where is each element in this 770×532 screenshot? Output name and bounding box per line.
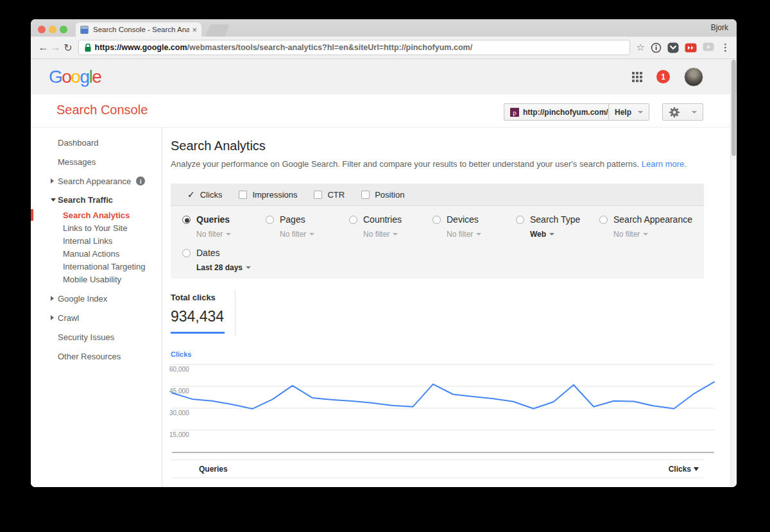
chart-legend-clicks: Clicks <box>171 350 737 358</box>
help-label: Help <box>615 108 631 117</box>
learn-more-link[interactable]: Learn more. <box>642 159 687 169</box>
metrics-row: ✓ Clicks Impressions CTR Position <box>171 184 704 206</box>
sidebar-item-manual-actions[interactable]: Manual Actions <box>31 247 162 260</box>
queries-radio[interactable]: Queries <box>182 214 266 225</box>
sidebar-item-security-issues[interactable]: Security Issues <box>31 327 162 347</box>
chevron-down-icon <box>309 233 314 236</box>
browser-menu-icon[interactable]: ⋮ <box>721 42 730 53</box>
search-type-filter-dropdown[interactable]: Web <box>530 230 599 239</box>
metric-position-checkbox[interactable]: Position <box>361 190 404 200</box>
minimize-window-button[interactable] <box>49 26 56 33</box>
product-title: Search Console <box>56 103 148 117</box>
dimension-countries: Countries No filter <box>349 214 432 239</box>
sidebar-item-crawl[interactable]: Crawl <box>31 308 162 327</box>
page-scrollbar-thumb[interactable] <box>732 60 736 156</box>
dimension-search-type: Search Type Web <box>516 214 599 239</box>
chevron-right-icon <box>51 315 54 320</box>
notification-badge[interactable]: 1 <box>656 70 670 83</box>
queries-filter-dropdown[interactable]: No filter <box>196 230 266 239</box>
search-appearance-radio[interactable]: Search Appearance <box>599 214 708 225</box>
info-icon[interactable]: i <box>136 176 145 185</box>
column-header-queries[interactable]: Queries <box>199 465 228 474</box>
tab-strip: Search Console - Search Analy × Bjork <box>31 19 737 37</box>
pages-filter-dropdown[interactable]: No filter <box>280 230 349 239</box>
info-extension-icon[interactable] <box>651 42 662 53</box>
property-selector[interactable]: p http://pinchofyum.com/ <box>504 103 624 121</box>
sidebar-item-international-targeting[interactable]: International Targeting <box>31 260 162 273</box>
chevron-down-icon <box>393 233 398 236</box>
sidebar-item-messages[interactable]: Messages <box>31 152 162 171</box>
devices-filter-dropdown[interactable]: No filter <box>447 230 516 239</box>
apps-grid-icon[interactable] <box>632 72 642 82</box>
metric-ctr-checkbox[interactable]: CTR <box>314 190 345 200</box>
fullscreen-window-button[interactable] <box>60 26 67 33</box>
sidebar-item-mobile-usability[interactable]: Mobile Usability <box>31 273 162 286</box>
clicks-line <box>172 382 714 409</box>
main-panel: Search Analytics Analyze your performanc… <box>162 128 737 487</box>
countries-radio[interactable]: Countries <box>349 214 432 225</box>
checkbox-unchecked-icon <box>239 191 247 199</box>
settings-dropdown[interactable] <box>662 103 703 121</box>
tab-title: Search Console - Search Analy <box>93 26 189 33</box>
checkbox-unchecked-icon <box>314 191 322 199</box>
chevron-down-icon <box>692 111 697 114</box>
sidebar-item-search-appearance[interactable]: Search Appearance i <box>31 171 162 191</box>
browser-window: Search Console - Search Analy × Bjork ← … <box>31 19 737 487</box>
close-window-button[interactable] <box>38 26 46 33</box>
pocket-extension-icon[interactable] <box>667 42 679 53</box>
url-bar[interactable]: https://www.google.com/webmasters/tools/… <box>78 40 630 55</box>
back-icon[interactable]: ← <box>37 42 49 53</box>
browser-toolbar: ← → ↻ https://www.google.com/webmasters/… <box>31 37 737 59</box>
google-logo[interactable]: Google <box>49 67 101 87</box>
page-scrollbar-track[interactable] <box>730 60 736 486</box>
radio-unchecked-icon <box>599 216 608 224</box>
tab-close-icon[interactable]: × <box>192 26 197 34</box>
radio-unchecked-icon <box>182 249 191 257</box>
dates-radio[interactable]: Dates <box>182 248 266 258</box>
console-header: Search Console p http://pinchofyum.com/ … <box>31 94 737 128</box>
profile-name[interactable]: Bjork <box>711 23 728 32</box>
radio-unchecked-icon <box>349 216 357 224</box>
search-appearance-filter-dropdown[interactable]: No filter <box>613 230 708 239</box>
browser-tab[interactable]: Search Console - Search Analy × <box>76 22 201 37</box>
page-description: Analyze your performance on Google Searc… <box>171 159 737 169</box>
chevron-down-icon <box>643 233 648 236</box>
ytick-60000: 60,000 <box>169 366 189 373</box>
radio-unchecked-icon <box>516 216 524 224</box>
sidebar: Dashboard Messages Search Appearance i S… <box>31 128 162 487</box>
help-dropdown[interactable]: Help <box>608 103 649 121</box>
avatar[interactable] <box>684 67 703 87</box>
card-divider <box>235 290 235 336</box>
search-type-radio[interactable]: Search Type <box>516 214 599 225</box>
forward-icon[interactable]: → <box>49 42 62 53</box>
refresh-icon[interactable]: ↻ <box>62 42 74 54</box>
google-header-bar: Google 1 <box>31 59 737 94</box>
dimension-dates: Dates Last 28 days <box>182 248 266 272</box>
bookmark-star-icon[interactable]: ☆ <box>637 42 645 53</box>
devices-radio[interactable]: Devices <box>432 214 516 225</box>
column-header-clicks[interactable]: Clicks <box>669 465 699 474</box>
dimension-search-appearance: Search Appearance No filter <box>599 214 708 239</box>
sidebar-item-search-traffic[interactable]: Search Traffic <box>31 191 162 209</box>
sidebar-item-internal-links[interactable]: Internal Links <box>31 234 162 247</box>
radio-unchecked-icon <box>266 216 274 224</box>
dimension-queries: Queries No filter <box>182 214 266 239</box>
countries-filter-dropdown[interactable]: No filter <box>363 230 432 239</box>
sidebar-item-dashboard[interactable]: Dashboard <box>31 133 162 152</box>
sidebar-item-links-to-your-site[interactable]: Links to Your Site <box>31 221 162 234</box>
dates-filter-dropdown[interactable]: Last 28 days <box>196 263 266 272</box>
metric-impressions-checkbox[interactable]: Impressions <box>239 190 297 200</box>
sidebar-item-other-resources[interactable]: Other Resources <box>31 347 162 366</box>
fast-forward-extension-icon[interactable] <box>685 43 697 53</box>
metric-clicks-checkbox[interactable]: ✓ Clicks <box>187 189 222 200</box>
chevron-down-icon <box>638 111 643 114</box>
disabled-extension-icon[interactable] <box>703 42 714 53</box>
sidebar-item-search-analytics[interactable]: Search Analytics <box>31 209 162 221</box>
total-clicks-card[interactable]: Total clicks 934,434 <box>171 293 237 334</box>
dimension-pages: Pages No filter <box>266 214 349 239</box>
pages-radio[interactable]: Pages <box>266 214 349 225</box>
sidebar-item-google-index[interactable]: Google Index <box>31 289 162 308</box>
filter-panel: ✓ Clicks Impressions CTR Position <box>171 184 704 279</box>
new-tab-button[interactable] <box>205 24 230 37</box>
property-favicon: p <box>510 108 519 117</box>
